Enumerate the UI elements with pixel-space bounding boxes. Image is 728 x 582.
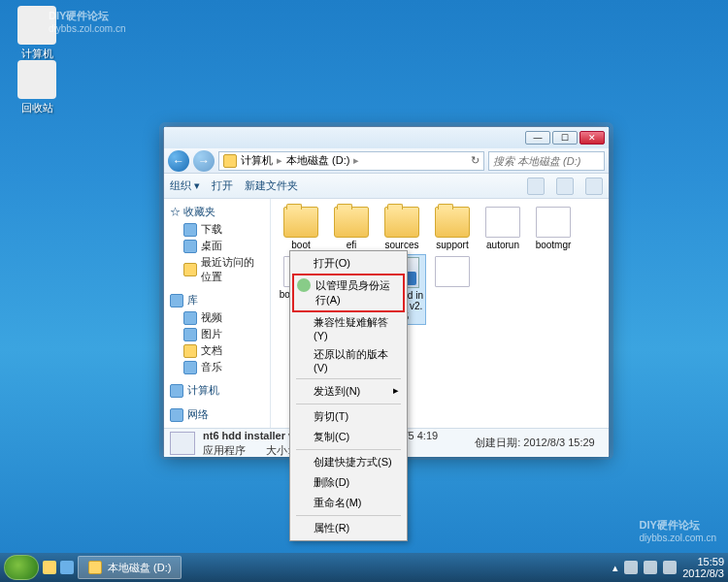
recycle-bin-icon — [17, 60, 56, 99]
document-icon — [183, 344, 197, 358]
desktop-icon-label: 回收站 — [21, 102, 53, 113]
shield-icon — [297, 278, 311, 292]
sidebar-item-documents[interactable]: 文档 — [166, 342, 268, 359]
file-item[interactable]: boot — [277, 205, 325, 252]
help-icon[interactable] — [585, 178, 603, 195]
breadcrumb-seg[interactable]: 计算机 — [241, 153, 273, 168]
taskbar: 本地磁盘 (D:) ▴ 15:592012/8/3 — [0, 553, 728, 582]
file-label: autorun — [480, 240, 525, 250]
desktop-icon-recycle[interactable]: 回收站 — [8, 60, 66, 115]
file-label: support — [430, 240, 475, 250]
sidebar-item-downloads[interactable]: 下载 — [166, 221, 268, 238]
desktop-icon — [183, 240, 197, 253]
status-filetype: 应用程序 — [203, 444, 246, 456]
file-item[interactable]: support — [428, 205, 477, 252]
context-item[interactable]: 发送到(N)▸ — [292, 381, 405, 402]
system-tray: ▴ 15:592012/8/3 — [612, 556, 724, 579]
file-label: boot — [279, 240, 323, 250]
file-item[interactable]: sources — [378, 205, 426, 252]
breadcrumb-seg[interactable]: 本地磁盘 (D:) — [286, 153, 349, 168]
separator — [296, 515, 401, 516]
file-icon — [435, 256, 470, 287]
task-button-explorer[interactable]: 本地磁盘 (D:) — [78, 556, 182, 579]
picture-icon — [183, 328, 197, 341]
exe-icon — [170, 432, 195, 455]
chevron-right-icon: ▸ — [353, 154, 359, 167]
video-icon — [183, 311, 197, 325]
file-label: sources — [380, 240, 424, 250]
library-icon — [170, 294, 183, 307]
close-button[interactable]: ✕ — [579, 131, 605, 145]
file-icon — [485, 207, 520, 238]
context-item[interactable]: 创建快捷方式(S) — [292, 452, 405, 472]
context-item[interactable]: 重命名(M) — [292, 493, 405, 513]
refresh-icon[interactable]: ↻ — [471, 154, 480, 167]
watermark: DIY硬件论坛diybbs.zol.com.cn — [640, 515, 716, 543]
folder-icon — [384, 207, 419, 238]
sidebar-item-desktop[interactable]: 桌面 — [166, 238, 268, 254]
context-menu: 打开(O)以管理员身份运行(A)兼容性疑难解答(Y)还原以前的版本(V)发送到(… — [289, 250, 408, 541]
file-item[interactable]: bootmgr — [529, 205, 578, 252]
file-label: efi — [329, 240, 374, 250]
volume-icon[interactable] — [663, 561, 677, 574]
chevron-right-icon: ▸ — [393, 384, 399, 397]
music-icon — [183, 361, 197, 374]
pinned-app-icon[interactable] — [60, 561, 74, 574]
file-label: bootmgr — [531, 240, 576, 250]
sidebar-item-pictures[interactable]: 图片 — [166, 326, 268, 342]
sidebar-item-videos[interactable]: 视频 — [166, 309, 268, 326]
context-item[interactable]: 兼容性疑难解答(Y) — [292, 312, 405, 344]
separator — [296, 404, 401, 404]
preview-icon[interactable] — [556, 178, 574, 195]
view-icon[interactable] — [527, 178, 545, 195]
context-item[interactable]: 删除(D) — [292, 472, 405, 493]
folder-icon — [223, 154, 237, 168]
sidebar-item-computer[interactable]: 计算机 — [166, 381, 268, 400]
new-folder-button[interactable]: 新建文件夹 — [245, 178, 298, 193]
search-input[interactable] — [488, 151, 605, 171]
titlebar[interactable]: — ☐ ✕ — [164, 127, 609, 148]
context-item[interactable]: 以管理员身份运行(A) — [292, 274, 405, 312]
file-icon — [536, 207, 571, 238]
separator — [296, 378, 401, 379]
pinned-explorer-icon[interactable] — [43, 561, 56, 574]
watermark: DIY硬件论坛diybbs.zol.com.cn — [49, 6, 125, 34]
start-button[interactable] — [4, 555, 39, 580]
breadcrumb[interactable]: 计算机 ▸ 本地磁盘 (D:) ▸ ↻ — [218, 151, 484, 171]
desktop-icon-label: 计算机 — [21, 48, 53, 59]
context-item[interactable]: 复制(C) — [292, 427, 405, 447]
back-button[interactable]: ← — [168, 150, 189, 172]
folder-icon — [283, 207, 318, 238]
recent-icon — [183, 263, 197, 276]
network-tray-icon[interactable] — [644, 561, 657, 574]
flag-icon[interactable] — [624, 561, 638, 574]
download-icon — [183, 223, 197, 237]
sidebar-item-music[interactable]: 音乐 — [166, 359, 268, 375]
folder-icon — [435, 207, 470, 238]
folder-icon — [88, 561, 102, 574]
address-bar: ← → 计算机 ▸ 本地磁盘 (D:) ▸ ↻ — [164, 148, 609, 174]
organize-button[interactable]: 组织 ▾ — [170, 178, 200, 193]
forward-button[interactable]: → — [193, 150, 215, 172]
network-icon — [170, 408, 183, 422]
file-item[interactable]: autorun — [479, 205, 527, 252]
file-item[interactable] — [428, 254, 477, 325]
chevron-right-icon: ▸ — [277, 154, 282, 167]
sidebar-head-libraries[interactable]: 库 — [166, 291, 268, 309]
context-item[interactable]: 属性(R) — [292, 518, 405, 538]
open-button[interactable]: 打开 — [212, 178, 233, 193]
minimize-button[interactable]: — — [525, 131, 550, 145]
maximize-button[interactable]: ☐ — [552, 131, 578, 145]
sidebar-head-favorites[interactable]: ☆ 收藏夹 — [166, 203, 268, 221]
separator — [296, 449, 401, 450]
file-item[interactable]: efi — [327, 205, 376, 252]
sidebar: ☆ 收藏夹 下载 桌面 最近访问的位置 库 视频 图片 文档 音乐 计算机 网络 — [164, 199, 271, 428]
clock[interactable]: 15:592012/8/3 — [682, 556, 724, 579]
context-item[interactable]: 还原以前的版本(V) — [292, 344, 405, 376]
context-item[interactable]: 剪切(T) — [292, 406, 405, 427]
tray-up-icon[interactable]: ▴ — [612, 562, 618, 574]
sidebar-item-network[interactable]: 网络 — [166, 405, 268, 424]
sidebar-item-recent[interactable]: 最近访问的位置 — [166, 254, 268, 285]
context-item[interactable]: 打开(O) — [292, 253, 405, 274]
folder-icon — [334, 207, 369, 238]
